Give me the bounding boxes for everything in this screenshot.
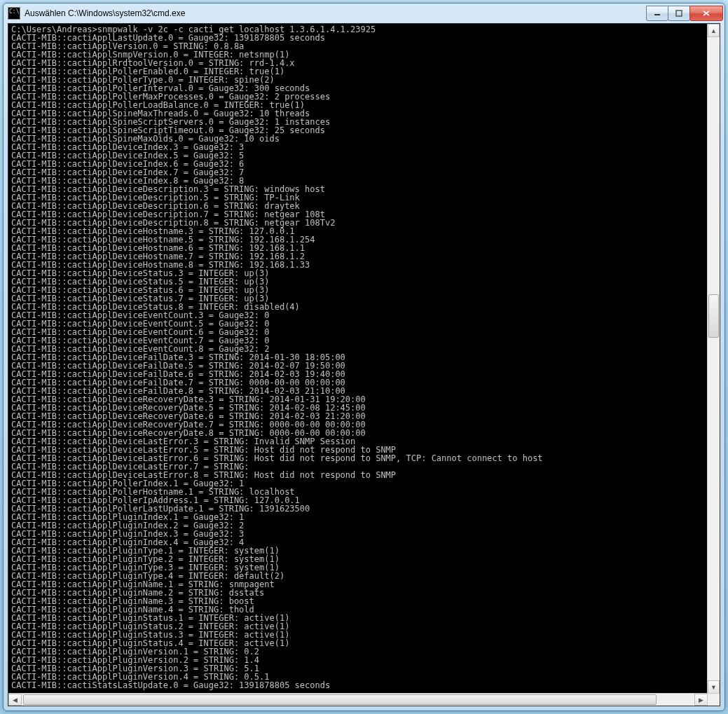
svg-rect-1	[676, 11, 682, 16]
console-viewport: C:\Users\Andreas>snmpwalk -v 2c -c cacti…	[8, 24, 720, 706]
close-icon	[702, 10, 710, 17]
vertical-scroll-thumb[interactable]	[708, 294, 719, 338]
window-controls	[647, 6, 723, 21]
vertical-scrollbar[interactable]: ▲ ▼	[707, 24, 720, 694]
maximize-button[interactable]	[668, 6, 690, 21]
horizontal-scroll-track[interactable]	[22, 694, 694, 706]
minimize-icon	[654, 10, 661, 17]
scroll-right-button[interactable]: ▶	[694, 694, 708, 706]
maximize-icon	[675, 10, 682, 17]
vertical-scroll-track[interactable]	[708, 37, 720, 680]
minimize-button[interactable]	[646, 6, 668, 21]
console-output[interactable]: C:\Users\Andreas>snmpwalk -v 2c -c cacti…	[8, 24, 720, 706]
scroll-corner	[707, 693, 720, 706]
scroll-down-button[interactable]: ▼	[708, 680, 720, 694]
app-icon	[8, 7, 20, 20]
scroll-left-button[interactable]: ◀	[8, 694, 22, 706]
window-title: Auswählen C:\Windows\system32\cmd.exe	[25, 8, 647, 18]
horizontal-scroll-thumb[interactable]	[23, 694, 657, 705]
close-button[interactable]	[689, 6, 723, 21]
client-area: C:\Users\Andreas>snmpwalk -v 2c -c cacti…	[8, 23, 720, 706]
titlebar[interactable]: Auswählen C:\Windows\system32\cmd.exe	[4, 4, 724, 23]
window-frame: Auswählen C:\Windows\system32\cmd.exe C:…	[3, 3, 725, 711]
horizontal-scrollbar[interactable]: ◀ ▶	[8, 693, 708, 706]
scroll-up-button[interactable]: ▲	[708, 24, 720, 37]
